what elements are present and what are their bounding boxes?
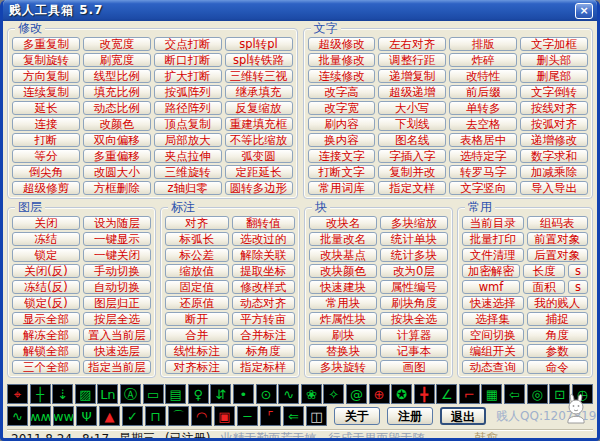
tool-button[interactable]: 文件清理 <box>462 248 524 262</box>
tool-button[interactable]: 超级修改 <box>308 37 376 51</box>
tool-button[interactable]: 双向偏移 <box>83 133 151 147</box>
layers-icon[interactable]: ▤ <box>165 384 186 404</box>
tool-button[interactable]: 递增修改 <box>520 133 588 147</box>
tool-button[interactable]: 转罗马字 <box>449 165 517 179</box>
tool-button[interactable]: 改颜色 <box>83 117 151 131</box>
window-icon[interactable]: ◫ <box>306 406 327 426</box>
tool-button[interactable]: 属性编号 <box>380 280 448 294</box>
tool-button[interactable]: 按弧阵列 <box>154 85 222 99</box>
circle-star-icon[interactable]: ✪ <box>391 384 412 404</box>
tool-button[interactable]: 方向复制 <box>12 69 80 83</box>
tool-button[interactable]: 平方转亩 <box>232 312 296 326</box>
tool-button[interactable]: 角度 <box>527 328 589 342</box>
tool-button[interactable]: 超级递增 <box>378 85 446 99</box>
tool-button[interactable]: 选择集 <box>462 312 524 326</box>
tool-button[interactable]: 快速选层 <box>83 344 151 358</box>
tool-button[interactable]: 打断文字 <box>308 165 376 179</box>
tool-button[interactable]: 参数 <box>527 344 589 358</box>
tool-button[interactable]: 图名线 <box>378 133 446 147</box>
tool-button[interactable]: 路径阵列 <box>154 101 222 115</box>
tool-button[interactable]: 炸属性块 <box>309 312 377 326</box>
tool-button[interactable]: s <box>568 280 588 294</box>
tool-button[interactable]: 捕捉 <box>527 312 589 326</box>
tool-button[interactable]: 填充比例 <box>83 85 151 99</box>
tool-button[interactable]: 打断 <box>12 133 80 147</box>
tool-button[interactable]: 换内容 <box>308 133 376 147</box>
tool-button[interactable]: 刷块 <box>309 328 377 342</box>
arrows-down-icon[interactable]: ⇣ <box>52 384 73 404</box>
check-icon[interactable]: ✓ <box>122 406 143 426</box>
tool-button[interactable]: 动态对齐 <box>232 296 296 310</box>
tool-button[interactable]: 对齐标注 <box>165 360 229 374</box>
triangle-marker-icon[interactable]: ▲ <box>99 406 120 426</box>
tool-button[interactable]: 连续修改 <box>308 69 376 83</box>
tool-button[interactable]: 断开 <box>165 312 229 326</box>
register-button[interactable]: 注册 <box>387 407 433 425</box>
circle-a-icon[interactable]: Ⓐ <box>120 384 141 404</box>
tool-button[interactable]: 选改过的 <box>232 232 296 246</box>
tool-button[interactable]: 改块基点 <box>309 248 377 262</box>
tool-button[interactable]: 三个全部 <box>12 360 80 374</box>
tool-button[interactable]: 定距延长 <box>225 165 293 179</box>
tool-button[interactable]: 还原值 <box>165 296 229 310</box>
tool-button[interactable]: 方框删除 <box>83 181 151 195</box>
tool-button[interactable]: s <box>568 264 588 278</box>
tool-button[interactable]: 替换块 <box>309 344 377 358</box>
tool-button[interactable]: 指定标样 <box>232 360 296 374</box>
tool-button[interactable]: 批量修改 <box>308 53 376 67</box>
tool-button[interactable]: 统计单块 <box>380 232 448 246</box>
tool-button[interactable]: 改字宽 <box>308 101 376 115</box>
tool-button[interactable]: 图层归正 <box>83 296 151 310</box>
tool-button[interactable]: 固定值 <box>165 280 229 294</box>
tool-button[interactable]: spl转pl <box>225 37 293 51</box>
tool-button[interactable]: 重建填充框 <box>225 117 293 131</box>
tool-button[interactable]: 按块全选 <box>380 312 448 326</box>
tool-button[interactable]: 复制旋转 <box>12 53 80 67</box>
tool-button[interactable]: 超级修剪 <box>12 181 80 195</box>
tool-button[interactable]: 标角度 <box>232 344 296 358</box>
hatch-icon[interactable]: ▨ <box>75 384 96 404</box>
sine-wave-icon[interactable]: ∿ <box>7 406 28 426</box>
tool-button[interactable]: 合并标注 <box>232 328 296 342</box>
tool-button[interactable]: 一键显示 <box>83 232 151 246</box>
tool-button[interactable]: 统计多块 <box>380 248 448 262</box>
tool-button[interactable]: 改块名 <box>309 216 377 230</box>
tool-button[interactable]: 批量改名 <box>309 232 377 246</box>
tool-button[interactable]: 改宽度 <box>83 37 151 51</box>
tool-button[interactable]: 解除关联 <box>232 248 296 262</box>
about-button[interactable]: 关于 <box>334 407 380 425</box>
tool-button[interactable]: 解锁全部 <box>12 344 80 358</box>
tool-button[interactable]: 导入导出 <box>520 181 588 195</box>
ln-label-icon[interactable]: Ln <box>97 384 118 404</box>
tool-button[interactable]: 冻结 <box>12 232 80 246</box>
cross-icon[interactable]: ╋ <box>414 384 435 404</box>
tool-button[interactable]: 调整行距 <box>378 53 446 67</box>
tool-button[interactable]: 指定文样 <box>378 181 446 195</box>
tool-button[interactable]: 多重复制 <box>12 37 80 51</box>
tool-button[interactable]: 改为0层 <box>380 264 448 278</box>
rings-icon[interactable]: ◎ <box>527 384 548 404</box>
corner-icon[interactable]: ⌐ <box>459 384 480 404</box>
tool-button[interactable]: 按层全选 <box>83 312 151 326</box>
tool-button[interactable]: 命令 <box>527 360 589 374</box>
tool-button[interactable]: 快速建块 <box>309 280 377 294</box>
tool-button[interactable]: 解冻全部 <box>12 328 80 342</box>
axis-icon[interactable]: ┼ <box>30 384 51 404</box>
tool-button[interactable]: 按弧对齐 <box>520 117 588 131</box>
tool-button[interactable]: 继承填充 <box>225 85 293 99</box>
close-icon[interactable]: × <box>575 3 593 19</box>
tool-button[interactable]: 左右对齐 <box>378 37 446 51</box>
step-icon[interactable]: ⊓ <box>145 406 166 426</box>
tool-button[interactable]: 锁定(反) <box>12 296 80 310</box>
tool-button[interactable]: spl转铁路 <box>225 53 293 67</box>
tool-button[interactable]: 夹点拉伸 <box>154 149 222 163</box>
tool-button[interactable]: 常用块 <box>309 296 377 310</box>
arc-icon[interactable]: ◠ <box>191 406 212 426</box>
tool-button[interactable]: 组码表 <box>527 216 589 230</box>
hline-icon[interactable]: ─ <box>237 406 258 426</box>
tool-button[interactable]: 连接 <box>12 117 80 131</box>
tool-button[interactable]: 加减乘除 <box>520 165 588 179</box>
tool-button[interactable]: 关闭 <box>12 216 80 230</box>
square-icon[interactable]: ▣ <box>214 406 235 426</box>
tool-button[interactable]: 画图 <box>380 360 448 374</box>
